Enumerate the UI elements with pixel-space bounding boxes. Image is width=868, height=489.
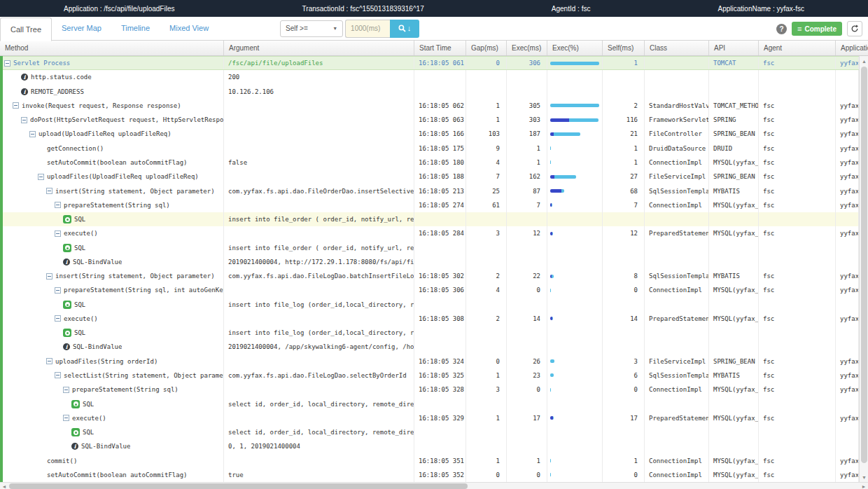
table-row[interactable]: prepareStatement(String sql)16:18:05 328… xyxy=(0,383,859,397)
method-label: setAutoCommit(boolean autoCommitFlag) xyxy=(47,471,187,478)
argument-cell: false xyxy=(224,156,414,170)
collapse-icon[interactable] xyxy=(55,315,61,322)
scroll-down-arrow[interactable]: ▼ xyxy=(860,473,868,481)
collapse-icon[interactable] xyxy=(4,60,10,67)
table-row[interactable]: SQLselect id, order_id, local_directory,… xyxy=(0,425,859,439)
argument-cell: 200 xyxy=(224,70,414,84)
sql-icon xyxy=(63,329,71,337)
info-icon: i xyxy=(21,74,28,81)
table-row[interactable]: ihttp.status.code200 xyxy=(0,70,859,84)
collapse-icon[interactable] xyxy=(55,372,61,378)
table-row[interactable]: SQLinsert into file_log (order_id,local_… xyxy=(0,298,859,312)
search-button[interactable]: ↓ xyxy=(390,20,419,38)
class-cell xyxy=(645,340,709,354)
vertical-scrollbar[interactable]: ▲ ▼ xyxy=(859,56,868,482)
table-row[interactable]: upload(UploadFileReq uploadFileReq)16:18… xyxy=(0,127,859,141)
argument-cell xyxy=(224,113,414,127)
gap-cell xyxy=(466,70,507,84)
application-cell xyxy=(836,255,859,269)
exec-percent-bar xyxy=(550,132,580,136)
collapse-icon[interactable] xyxy=(63,415,69,421)
exec-percent-bar xyxy=(550,160,551,164)
refresh-button[interactable] xyxy=(847,21,862,36)
application-cell: yyfax-fsc xyxy=(836,198,859,212)
collapse-icon[interactable] xyxy=(46,273,52,280)
collapse-icon[interactable] xyxy=(55,230,61,237)
table-row[interactable]: insert(String statement, Object paramete… xyxy=(0,184,859,198)
scroll-up-arrow[interactable]: ▲ xyxy=(860,57,868,65)
call-tree-table: Servlet Process/fsc/api/file/uploadFiles… xyxy=(0,56,868,482)
table-row[interactable]: doPost(HttpServletRequest request, HttpS… xyxy=(0,113,859,127)
table-row[interactable]: iSQL-BindValue0, 1, 2019021400004 xyxy=(0,439,859,453)
table-row[interactable]: SQLselect id, order_id, local_directory,… xyxy=(0,397,859,411)
collapse-icon[interactable] xyxy=(63,387,69,393)
self-ms-cell: 27 xyxy=(603,170,645,184)
collapse-icon[interactable] xyxy=(55,202,61,208)
table-row[interactable]: iREMOTE_ADDRESS10.126.2.106 xyxy=(0,85,859,99)
vertical-scroll-thumb[interactable] xyxy=(861,67,867,463)
table-row[interactable]: setAutoCommit(boolean autoCommitFlag)fal… xyxy=(0,156,859,170)
table-row[interactable]: SQLinsert into file_order ( order_id, no… xyxy=(0,212,859,226)
exec-ms-cell: 14 xyxy=(507,312,547,326)
table-row[interactable]: execute()16:18:05 28431212PreparedStatem… xyxy=(0,226,859,240)
table-row[interactable]: setAutoCommit(boolean autoCommitFlag)tru… xyxy=(0,468,859,482)
horizontal-scroll-thumb[interactable] xyxy=(9,483,468,489)
gap-cell: 25 xyxy=(466,184,507,198)
exec-percent-cell xyxy=(547,142,603,156)
method-cell: SQL xyxy=(0,240,224,254)
agent-cell: fsc xyxy=(759,283,836,297)
method-cell: insert(String statement, Object paramete… xyxy=(0,184,224,198)
table-header: MethodArgumentStart TimeGap(ms)Exec(ms)E… xyxy=(0,41,868,56)
gap-cell: 0 xyxy=(466,354,507,369)
table-row[interactable]: insert(String statement, Object paramete… xyxy=(0,269,859,283)
table-row[interactable]: uploadFiles(UploadFileReq uploadFileReq)… xyxy=(0,170,859,184)
exec-total-bar-segment xyxy=(550,104,599,107)
table-row[interactable]: getConnection()16:18:05 175911DruidDataS… xyxy=(0,142,859,156)
agent-cell xyxy=(759,255,836,269)
table-row[interactable]: Servlet Process/fsc/api/file/uploadFiles… xyxy=(0,56,859,70)
horizontal-scrollbar[interactable]: ◄ ► xyxy=(0,482,868,489)
tab-mixed-view[interactable]: Mixed View xyxy=(160,17,218,41)
table-row[interactable]: SQLinsert into file_log (order_id,local_… xyxy=(0,326,859,340)
exec-total-bar-segment xyxy=(550,62,599,65)
table-row[interactable]: iSQL-BindValue2019021400004, /app/skywal… xyxy=(0,340,859,354)
scroll-left-arrow[interactable]: ◄ xyxy=(0,483,8,489)
method-label: REMOTE_ADDRESS xyxy=(31,88,84,95)
collapse-icon[interactable] xyxy=(21,117,27,123)
application-cell: yyfax-fsc xyxy=(836,113,859,127)
complete-status-button[interactable]: ≡ Complete xyxy=(792,22,842,36)
scroll-right-arrow[interactable]: ► xyxy=(860,483,868,489)
table-row[interactable]: invoke(Request request, Response respons… xyxy=(0,99,859,113)
tab-call-tree[interactable]: Call Tree xyxy=(0,18,52,41)
start-time-cell: 16:18:05 062 xyxy=(414,99,466,113)
collapse-icon[interactable] xyxy=(55,287,61,294)
table-row[interactable]: uploadFiles(String orderId)16:18:05 3240… xyxy=(0,354,859,369)
class-cell: ConnectionImpl xyxy=(645,468,709,482)
tab-timeline[interactable]: Timeline xyxy=(111,17,160,41)
table-row[interactable]: SQLinsert into file_order ( order_id, no… xyxy=(0,240,859,254)
table-row[interactable]: commit()16:18:05 351111ConnectionImplMYS… xyxy=(0,453,859,467)
collapse-icon[interactable] xyxy=(46,188,52,194)
filter-group: Self >= ▼ ↓ xyxy=(280,20,419,38)
help-icon[interactable]: ? xyxy=(776,24,787,34)
table-row[interactable]: selectList(String statement, Object para… xyxy=(0,369,859,383)
table-row[interactable]: prepareStatement(String sql)16:18:05 274… xyxy=(0,198,859,212)
collapse-icon[interactable] xyxy=(13,102,19,109)
collapse-icon[interactable] xyxy=(38,174,44,180)
table-row[interactable]: iSQL-BindValue2019021400004, http://172.… xyxy=(0,255,859,269)
collapse-icon[interactable] xyxy=(46,358,52,364)
view-tabs: Call TreeServer MapTimelineMixed View xyxy=(0,17,218,41)
application-cell xyxy=(836,340,859,354)
exec-ms-cell: 7 xyxy=(507,198,547,212)
collapse-icon[interactable] xyxy=(29,131,36,137)
self-ms-cell xyxy=(603,298,645,312)
exec-self-bar-segment xyxy=(550,118,569,122)
table-row[interactable]: execute()16:18:05 32911717PreparedStatem… xyxy=(0,411,859,425)
table-row[interactable]: execute()16:18:05 30821414PreparedStatem… xyxy=(0,312,859,326)
application-cell: yyfax-fsc xyxy=(836,468,859,482)
filter-type-select[interactable]: Self >= ▼ xyxy=(280,20,343,37)
filter-threshold-input[interactable] xyxy=(345,20,390,38)
tab-server-map[interactable]: Server Map xyxy=(52,17,111,41)
table-row[interactable]: prepareStatement(String sql, int autoGen… xyxy=(0,283,859,297)
method-label: doPost(HttpServletRequest request, HttpS… xyxy=(30,116,223,123)
